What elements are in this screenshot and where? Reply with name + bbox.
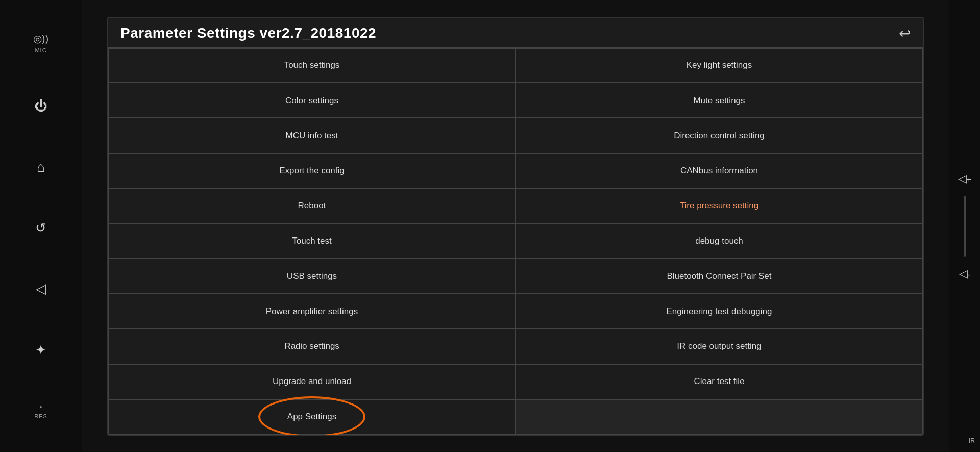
power-amplifier-label: Power amplifier settings: [266, 306, 358, 317]
home-button[interactable]: ⌂: [37, 159, 45, 175]
reboot-cell[interactable]: Reboot: [108, 188, 516, 224]
key-light-settings-cell[interactable]: Key light settings: [516, 48, 923, 83]
power-button[interactable]: ⏻: [34, 98, 47, 114]
touch-test-cell[interactable]: Touch test: [108, 224, 516, 259]
radio-settings-label: Radio settings: [284, 341, 339, 351]
volume-down-button[interactable]: ◁-: [959, 267, 970, 280]
reboot-label: Reboot: [298, 201, 326, 211]
main-screen: Parameter Settings ver2.7_20181022 ↩ Tou…: [107, 17, 924, 436]
page-title: Parameter Settings ver2.7_20181022: [120, 25, 376, 41]
screen-header: Parameter Settings ver2.7_20181022 ↩: [108, 18, 923, 47]
color-settings-label: Color settings: [285, 96, 338, 106]
ir-label: IR: [969, 437, 975, 444]
mute-settings-cell[interactable]: Mute settings: [516, 83, 923, 118]
color-settings-cell[interactable]: Color settings: [108, 83, 516, 118]
clear-test-file-label: Clear test file: [694, 376, 744, 387]
volume-up-button[interactable]: ◁+: [958, 172, 971, 185]
mic-label: MIC: [35, 47, 46, 53]
direction-control-cell[interactable]: Direction control setting: [516, 118, 923, 153]
device-frame: ◎)) MIC ⏻ ⌂ ↺ ◁ ✦ • RES Parameter Settin…: [0, 0, 980, 452]
res-label: RES: [34, 413, 47, 419]
ir-code-output-label: IR code output setting: [677, 341, 761, 351]
left-controls-panel: ◎)) MIC ⏻ ⌂ ↺ ◁ ✦ • RES: [0, 0, 82, 452]
direction-control-label: Direction control setting: [674, 131, 765, 141]
ir-code-output-cell[interactable]: IR code output setting: [516, 329, 923, 364]
mic-control: ◎)) MIC: [33, 33, 48, 53]
right-controls-panel: ◁+ ◁- IR: [949, 0, 980, 452]
export-config-label: Export the config: [279, 165, 345, 176]
bluetooth-pair-label: Bluetooth Connect Pair Set: [667, 271, 771, 281]
engineering-test-cell[interactable]: Engineering test debugging: [516, 294, 923, 329]
debug-touch-cell[interactable]: debug touch: [516, 224, 923, 259]
key-light-settings-label: Key light settings: [687, 60, 752, 70]
empty-cell: [516, 399, 923, 435]
canbus-info-label: CANbus information: [680, 165, 758, 176]
clear-test-file-cell[interactable]: Clear test file: [516, 364, 923, 399]
mcu-info-test-cell[interactable]: MCU info test: [108, 118, 516, 153]
touch-settings-label: Touch settings: [284, 60, 340, 70]
bluetooth-pair-cell[interactable]: Bluetooth Connect Pair Set: [516, 258, 923, 294]
touch-test-label: Touch test: [292, 236, 332, 246]
back-button-left[interactable]: ↺: [35, 220, 46, 236]
radio-settings-cell[interactable]: Radio settings: [108, 329, 516, 364]
engineering-test-label: Engineering test debugging: [667, 306, 772, 317]
res-control: • RES: [34, 403, 47, 419]
tire-pressure-cell[interactable]: Tire pressure setting: [516, 188, 923, 224]
canbus-info-cell[interactable]: CANbus information: [516, 153, 923, 188]
volume-bar: [964, 196, 966, 257]
tire-pressure-label: Tire pressure setting: [680, 201, 758, 211]
debug-touch-label: debug touch: [695, 236, 743, 246]
touch-settings-cell[interactable]: Touch settings: [108, 48, 516, 83]
nav-button[interactable]: ◁: [36, 281, 46, 297]
settings-grid: Touch settings Key light settings Color …: [108, 47, 923, 435]
app-settings-cell[interactable]: App Settings: [108, 399, 516, 435]
upgrade-unload-label: Upgrade and unload: [273, 376, 351, 387]
app-settings-label: App Settings: [287, 412, 336, 422]
mute-settings-label: Mute settings: [693, 96, 745, 106]
mcu-info-test-label: MCU info test: [286, 131, 338, 141]
export-config-cell[interactable]: Export the config: [108, 153, 516, 188]
usb-settings-label: USB settings: [287, 271, 337, 281]
upgrade-unload-cell[interactable]: Upgrade and unload: [108, 364, 516, 399]
bluetooth-button[interactable]: ✦: [35, 342, 46, 358]
usb-settings-cell[interactable]: USB settings: [108, 258, 516, 294]
back-button[interactable]: ↩: [899, 25, 911, 42]
power-amplifier-cell[interactable]: Power amplifier settings: [108, 294, 516, 329]
